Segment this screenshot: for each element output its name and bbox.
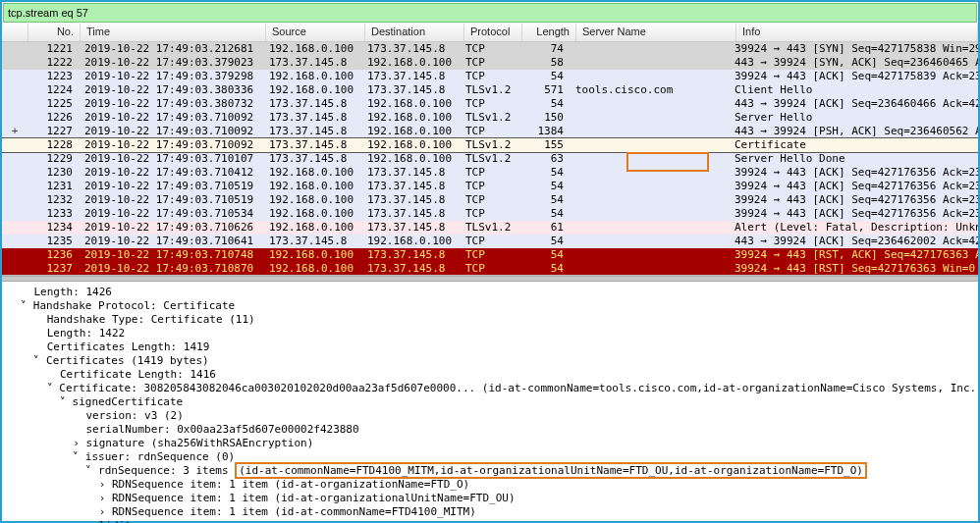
display-filter-input[interactable] — [6, 6, 974, 20]
tree-line[interactable]: ˅ Certificates (1419 bytes) — [8, 354, 978, 368]
col-no[interactable]: No. — [28, 24, 81, 41]
packet-list-header: No. Time Source Destination Protocol Len… — [2, 24, 978, 42]
packet-list-pane: No. Time Source Destination Protocol Len… — [2, 24, 978, 276]
packet-list-rows[interactable]: 12212019-10-22 17:49:03.212681192.168.0.… — [2, 42, 978, 276]
tree-line[interactable]: Handshake Type: Certificate (11) — [8, 313, 978, 327]
table-row[interactable]: 12332019-10-22 17:49:03.710534192.168.0.… — [2, 207, 978, 221]
table-row[interactable]: 12292019-10-22 17:49:03.710107173.37.145… — [2, 152, 978, 166]
tree-line[interactable]: › RDNSequence item: 1 item (id-at-organi… — [8, 478, 978, 492]
table-row[interactable]: 12342019-10-22 17:49:03.710626192.168.0.… — [2, 221, 978, 235]
table-row[interactable]: 12362019-10-22 17:49:03.710748192.168.0.… — [2, 248, 978, 262]
table-row[interactable]: 12232019-10-22 17:49:03.379298192.168.0.… — [2, 70, 978, 83]
tree-line[interactable]: Length: 1426 — [8, 286, 978, 299]
table-row[interactable]: 12352019-10-22 17:49:03.710641173.37.145… — [2, 235, 978, 248]
table-row[interactable]: 12312019-10-22 17:49:03.710519192.168.0.… — [2, 180, 978, 193]
tree-line[interactable]: › RDNSequence item: 1 item (id-at-common… — [8, 505, 978, 519]
tree-line[interactable]: Certificates Length: 1419 — [8, 340, 978, 354]
col-protocol[interactable]: Protocol — [464, 24, 522, 41]
tree-line[interactable]: Length: 1422 — [8, 327, 978, 340]
table-row[interactable]: +12272019-10-22 17:49:03.710092173.37.14… — [2, 125, 978, 138]
table-row[interactable]: 12372019-10-22 17:49:03.710870192.168.0.… — [2, 262, 978, 276]
display-filter-bar[interactable] — [3, 3, 977, 23]
col-length[interactable]: Length — [522, 24, 576, 41]
col-source[interactable]: Source — [266, 24, 365, 41]
tree-line[interactable]: ˅ rdnSequence: 3 items (id-at-commonName… — [8, 464, 978, 478]
col-time[interactable]: Time — [81, 24, 266, 41]
tree-line[interactable]: Certificate Length: 1416 — [8, 368, 978, 382]
table-row[interactable]: 12212019-10-22 17:49:03.212681192.168.0.… — [2, 42, 978, 56]
tree-line[interactable]: ˅ Certificate: 308205843082046ca00302010… — [8, 382, 978, 395]
tree-line[interactable]: › signature (sha256WithRSAEncryption) — [8, 437, 978, 450]
table-row[interactable]: 12222019-10-22 17:49:03.379023173.37.145… — [2, 56, 978, 70]
table-row[interactable]: 12242019-10-22 17:49:03.380336192.168.0.… — [2, 83, 978, 97]
table-row[interactable]: 12322019-10-22 17:49:03.710519192.168.0.… — [2, 193, 978, 207]
tree-line[interactable]: ˅ signedCertificate — [8, 395, 978, 409]
table-row[interactable]: 12302019-10-22 17:49:03.710412192.168.0.… — [2, 166, 978, 180]
table-row[interactable]: 12282019-10-22 17:49:03.710092173.37.145… — [2, 138, 978, 152]
table-row[interactable]: 12252019-10-22 17:49:03.380732173.37.145… — [2, 97, 978, 111]
table-row[interactable]: 12262019-10-22 17:49:03.710092173.37.145… — [2, 111, 978, 125]
annotation-highlight-rdn: (id-at-commonName=FTD4100_MITM,id-at-org… — [235, 462, 867, 479]
tree-line[interactable]: ˅ Handshake Protocol: Certificate — [8, 299, 978, 313]
tree-line[interactable]: › validity — [8, 519, 978, 523]
col-destination[interactable]: Destination — [365, 24, 464, 41]
packet-details-pane[interactable]: Length: 1426 ˅ Handshake Protocol: Certi… — [2, 282, 978, 523]
tree-line[interactable]: serialNumber: 0x00aa23af5d607e00002f4238… — [8, 423, 978, 437]
col-info[interactable]: Info — [736, 24, 978, 41]
tree-line[interactable]: version: v3 (2) — [8, 409, 978, 423]
tree-line[interactable]: › RDNSequence item: 1 item (id-at-organi… — [8, 492, 978, 505]
col-server-name[interactable]: Server Name — [576, 24, 736, 41]
